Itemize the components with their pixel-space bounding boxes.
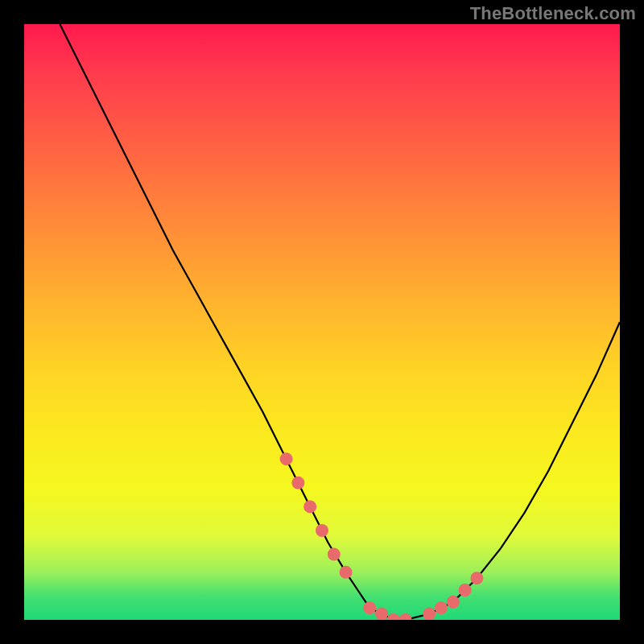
bottleneck-curve (60, 24, 620, 620)
attribution-label: TheBottleneck.com (470, 3, 636, 24)
marker-point (435, 601, 448, 614)
marker-point (470, 572, 483, 584)
plot-overlay (24, 24, 620, 620)
curve-layer (60, 24, 620, 620)
marker-point (387, 613, 400, 620)
marker-point (363, 601, 376, 614)
marker-point (447, 596, 460, 609)
marker-point (399, 613, 412, 620)
chart-frame: TheBottleneck.com (0, 0, 644, 644)
marker-point (459, 584, 472, 597)
marker-layer (280, 452, 484, 620)
marker-point (340, 566, 353, 579)
marker-point (375, 608, 388, 620)
marker-point (328, 548, 341, 561)
marker-point (303, 500, 316, 513)
marker-point (423, 608, 436, 620)
marker-point (291, 477, 304, 489)
marker-point (280, 452, 293, 465)
marker-point (316, 524, 328, 537)
